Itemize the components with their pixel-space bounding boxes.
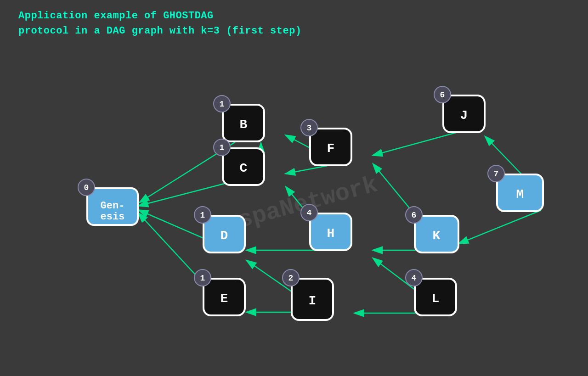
svg-text:1: 1	[220, 143, 225, 152]
svg-text:1: 1	[220, 100, 225, 109]
svg-text:H: H	[327, 226, 335, 241]
svg-text:1: 1	[200, 274, 205, 283]
svg-text:K: K	[433, 229, 441, 243]
edge-F-C	[286, 165, 330, 174]
svg-text:M: M	[516, 187, 524, 202]
svg-text:I: I	[309, 294, 317, 308]
node-E: E 1	[194, 269, 245, 315]
node-F: F 3	[301, 119, 351, 165]
svg-text:4: 4	[412, 274, 417, 283]
svg-text:0: 0	[84, 183, 89, 192]
node-J: J 6	[434, 86, 485, 132]
edge-M-K	[459, 210, 541, 243]
svg-text:D: D	[220, 229, 228, 243]
svg-text:7: 7	[494, 169, 499, 179]
svg-text:F: F	[327, 141, 335, 156]
svg-text:E: E	[220, 292, 228, 306]
svg-text:L: L	[432, 292, 440, 306]
node-Genesis: Gen- esis 0	[78, 179, 138, 225]
node-C: C 1	[214, 139, 264, 185]
svg-text:3: 3	[307, 123, 312, 133]
node-K: K 6	[406, 207, 458, 253]
node-L: L 4	[406, 269, 456, 315]
svg-text:esis: esis	[101, 211, 125, 223]
svg-text:6: 6	[440, 90, 445, 100]
svg-text:4: 4	[307, 208, 312, 218]
svg-text:1: 1	[200, 211, 205, 220]
svg-text:2: 2	[288, 274, 294, 283]
dag-graph: KaspaNetwork Gen- esis	[0, 0, 588, 376]
svg-text:6: 6	[412, 211, 417, 220]
node-M: M 7	[488, 165, 543, 211]
svg-text:B: B	[240, 118, 248, 132]
svg-text:C: C	[240, 161, 248, 175]
edge-J-F	[373, 131, 463, 155]
node-B: B 1	[214, 95, 264, 141]
svg-text:J: J	[460, 108, 468, 123]
svg-text:Gen-: Gen-	[101, 200, 125, 212]
